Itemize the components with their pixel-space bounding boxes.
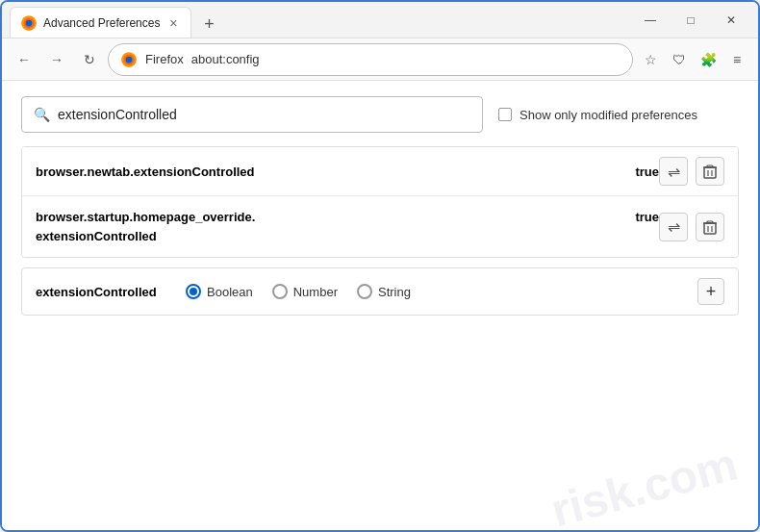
table-row: browser.startup.homepage_override. exten…	[22, 196, 738, 257]
search-bar: 🔍 Show only modified preferences	[21, 96, 739, 133]
active-tab[interactable]: Advanced Preferences ×	[10, 7, 191, 38]
pref-actions-2: ⇌	[659, 213, 724, 241]
forward-button[interactable]: →	[42, 45, 71, 74]
toggle-button-1[interactable]: ⇌	[659, 157, 688, 186]
radio-boolean-inner	[190, 288, 197, 295]
svg-rect-6	[704, 167, 716, 178]
pref-value-2: true	[627, 210, 659, 224]
radio-boolean[interactable]: Boolean	[186, 284, 253, 299]
minimize-button[interactable]: —	[631, 7, 670, 34]
title-bar: Advanced Preferences × + — □ ✕	[2, 2, 758, 38]
radio-number-outer	[272, 284, 288, 299]
content-area: 🔍 Show only modified preferences browser…	[2, 81, 758, 530]
new-tab-button[interactable]: +	[195, 11, 222, 38]
radio-number-label: Number	[293, 285, 338, 299]
radio-boolean-outer	[186, 284, 201, 299]
extension-icon[interactable]: 🧩	[695, 46, 722, 73]
url-display[interactable]: about:config	[191, 52, 621, 66]
browser-name-label: Firefox	[145, 52, 184, 66]
pref-name-2: browser.startup.homepage_override. exten…	[36, 208, 627, 245]
radio-string-label: String	[378, 285, 411, 299]
close-button[interactable]: ✕	[712, 7, 750, 34]
svg-point-2	[26, 19, 33, 26]
show-modified-text: Show only modified preferences	[519, 108, 697, 122]
toggle-button-2[interactable]: ⇌	[659, 213, 688, 241]
radio-string[interactable]: String	[357, 284, 411, 299]
pref-value-1: true	[627, 165, 659, 179]
delete-button-2[interactable]	[696, 213, 724, 241]
refresh-button[interactable]: ↻	[75, 45, 104, 74]
add-pref-name-label: extensionControlled	[36, 285, 170, 299]
show-modified-label[interactable]: Show only modified preferences	[498, 108, 697, 122]
add-preference-button[interactable]: +	[697, 278, 724, 305]
table-row: browser.newtab.extensionControlled true …	[22, 147, 738, 196]
svg-point-5	[126, 56, 133, 63]
address-bar[interactable]: Firefox about:config	[108, 43, 633, 76]
tab-close-button[interactable]: ×	[165, 15, 181, 31]
show-modified-checkbox[interactable]	[498, 108, 512, 121]
watermark: risk.com	[546, 441, 742, 530]
svg-rect-11	[704, 223, 716, 234]
menu-icon[interactable]: ≡	[723, 46, 750, 73]
nav-bar: ← → ↻ Firefox about:config ☆ 🛡 🧩 ≡	[2, 38, 758, 81]
delete-button-1[interactable]	[696, 157, 724, 186]
delete-icon-1	[703, 164, 717, 179]
tab-title: Advanced Preferences	[43, 16, 160, 30]
maximize-button[interactable]: □	[671, 7, 710, 34]
radio-group: Boolean Number String	[186, 284, 682, 299]
tab-area: Advanced Preferences × +	[10, 2, 627, 38]
add-preference-row: extensionControlled Boolean Number	[21, 267, 739, 316]
search-input-wrapper[interactable]: 🔍	[21, 96, 483, 133]
browser-window: Advanced Preferences × + — □ ✕ ← → ↻ Fir…	[0, 0, 760, 532]
window-controls: — □ ✕	[631, 7, 750, 34]
search-input[interactable]	[58, 107, 470, 122]
nav-icons-group: ☆ 🛡 🧩 ≡	[637, 46, 750, 73]
radio-string-outer	[357, 284, 372, 299]
pref-name-2-line2: extensionControlled	[36, 229, 157, 243]
watermark-text: risk.com	[545, 438, 742, 530]
shield-icon[interactable]: 🛡	[666, 46, 693, 73]
pref-actions-1: ⇌	[659, 157, 724, 186]
back-button[interactable]: ←	[10, 45, 38, 74]
preferences-table: browser.newtab.extensionControlled true …	[21, 146, 739, 258]
pref-name-1: browser.newtab.extensionControlled	[36, 165, 627, 179]
radio-boolean-label: Boolean	[207, 285, 253, 299]
delete-icon-2	[703, 219, 717, 235]
firefox-logo-icon	[120, 51, 138, 68]
radio-number[interactable]: Number	[272, 284, 338, 299]
tab-favicon-icon	[20, 14, 38, 32]
search-icon: 🔍	[34, 107, 50, 122]
bookmark-icon[interactable]: ☆	[637, 46, 664, 73]
pref-name-2-line1: browser.startup.homepage_override.	[36, 210, 255, 224]
